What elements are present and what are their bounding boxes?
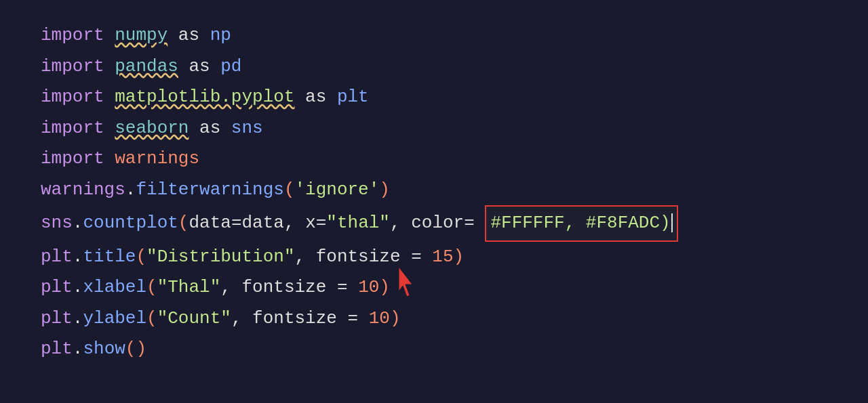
- lib-warnings: warnings: [115, 144, 199, 175]
- param-fontsize2: fontsize: [242, 272, 327, 303]
- method-xlabel: xlabel: [83, 272, 146, 303]
- code-line-2: import pandas as pd: [41, 51, 827, 83]
- svg-marker-0: [399, 267, 412, 297]
- keyword-import: import: [41, 144, 115, 175]
- alias-sns: sns: [231, 113, 263, 144]
- num-15: 15: [432, 242, 453, 273]
- param-x: x: [305, 208, 316, 239]
- code-line-4: import seaborn as sns: [41, 113, 827, 144]
- method-ylabel: ylabel: [83, 303, 146, 335]
- obj-warnings: warnings: [41, 175, 125, 206]
- keyword-import: import: [41, 113, 115, 144]
- method-title: title: [83, 242, 136, 273]
- code-line-9: plt.xlabel("Thal", fontsize = 10): [41, 272, 827, 303]
- code-line-1: import numpy as np: [41, 20, 827, 51]
- code-line-11: plt.show(): [41, 334, 827, 365]
- keyword-as: as: [294, 82, 336, 113]
- code-line-3: import matplotlib.pyplot as plt: [41, 82, 827, 113]
- alias-plt: plt: [337, 82, 369, 113]
- code-editor: import numpy as np import pandas as pd i…: [0, 0, 868, 403]
- num-10b: 10: [369, 303, 390, 335]
- param-data: data: [189, 208, 231, 239]
- code-line-5: import warnings: [41, 144, 827, 175]
- string-thal: "thal": [326, 208, 390, 239]
- keyword-as: as: [178, 51, 220, 83]
- string-thal-label: "Thal": [157, 272, 221, 303]
- code-line-7: sns.countplot(data=data, x="thal", color…: [41, 205, 827, 242]
- autocomplete-popup: #FFFFFF, #F8FADC): [485, 205, 677, 242]
- keyword-import: import: [41, 82, 115, 113]
- obj-plt: plt: [41, 303, 73, 335]
- mouse-cursor-arrow: [393, 267, 420, 301]
- text-cursor: [671, 213, 673, 233]
- keyword-as: as: [189, 113, 231, 144]
- string-ignore: 'ignore': [294, 175, 379, 206]
- string-distribution: "Distribution": [146, 242, 294, 273]
- keyword-import: import: [41, 20, 115, 51]
- obj-plt: plt: [41, 334, 73, 365]
- param-fontsize3: fontsize: [252, 303, 337, 335]
- num-10a: 10: [358, 272, 379, 303]
- code-line-10: plt.ylabel("Count", fontsize = 10): [41, 303, 827, 335]
- param-fontsize: fontsize: [316, 242, 401, 273]
- obj-plt: plt: [41, 242, 73, 273]
- obj-plt: plt: [41, 272, 73, 303]
- param-data-val: data: [242, 208, 284, 239]
- alias-pd: pd: [220, 51, 241, 83]
- lib-numpy: numpy: [115, 20, 167, 51]
- obj-sns: sns: [41, 208, 73, 239]
- lib-seaborn: seaborn: [115, 113, 189, 144]
- code-line-6: warnings.filterwarnings('ignore'): [41, 175, 827, 206]
- string-count-label: "Count": [157, 303, 231, 335]
- code-line-8: plt.title("Distribution", fontsize = 15): [41, 242, 827, 273]
- keyword-as: as: [167, 20, 210, 51]
- alias-np: np: [210, 20, 231, 51]
- lib-matplotlib: matplotlib.pyplot: [115, 82, 294, 113]
- lib-pandas: pandas: [115, 51, 178, 83]
- param-color: color: [411, 208, 464, 239]
- keyword-import: import: [41, 51, 115, 83]
- method-countplot: countplot: [83, 208, 178, 239]
- method-filterwarnings: filterwarnings: [136, 175, 283, 206]
- method-show: show: [83, 334, 125, 365]
